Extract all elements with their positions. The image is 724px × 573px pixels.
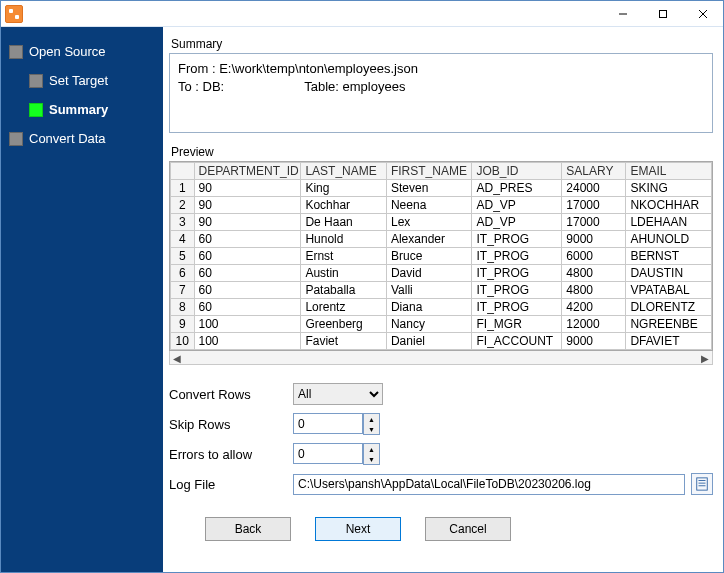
table-cell[interactable]: Valli xyxy=(386,282,472,299)
table-cell[interactable]: Daniel xyxy=(386,333,472,350)
table-cell[interactable]: 90 xyxy=(194,197,301,214)
table-cell[interactable]: AD_VP xyxy=(472,197,562,214)
table-row[interactable]: 460HunoldAlexanderIT_PROG9000AHUNOLD xyxy=(171,231,712,248)
table-cell[interactable]: DAUSTIN xyxy=(626,265,712,282)
table-row[interactable]: 190KingStevenAD_PRES24000SKING xyxy=(171,180,712,197)
browse-log-file-button[interactable] xyxy=(691,473,713,495)
skip-rows-up-button[interactable]: ▲ xyxy=(364,414,379,424)
errors-input[interactable] xyxy=(293,443,363,464)
maximize-button[interactable] xyxy=(643,1,683,27)
table-cell[interactable]: Kochhar xyxy=(301,197,387,214)
table-cell[interactable]: Pataballa xyxy=(301,282,387,299)
table-cell[interactable]: Austin xyxy=(301,265,387,282)
table-cell[interactable]: IT_PROG xyxy=(472,265,562,282)
table-cell[interactable]: Diana xyxy=(386,299,472,316)
table-cell[interactable]: 90 xyxy=(194,180,301,197)
table-cell[interactable]: VPATABAL xyxy=(626,282,712,299)
table-cell[interactable]: FI_MGR xyxy=(472,316,562,333)
table-cell[interactable]: 100 xyxy=(194,333,301,350)
table-cell[interactable]: BERNST xyxy=(626,248,712,265)
step-label: Open Source xyxy=(29,44,106,59)
table-row[interactable]: 290KochharNeenaAD_VP17000NKOCHHAR xyxy=(171,197,712,214)
table-cell[interactable]: Ernst xyxy=(301,248,387,265)
table-cell[interactable]: Steven xyxy=(386,180,472,197)
table-cell[interactable]: Bruce xyxy=(386,248,472,265)
table-cell[interactable]: IT_PROG xyxy=(472,231,562,248)
col-header[interactable]: JOB_ID xyxy=(472,163,562,180)
table-cell[interactable]: AD_PRES xyxy=(472,180,562,197)
table-cell[interactable]: 17000 xyxy=(562,214,626,231)
sidebar-step-open-source[interactable]: Open Source xyxy=(1,37,163,66)
table-cell[interactable]: 4800 xyxy=(562,265,626,282)
table-cell[interactable]: SKING xyxy=(626,180,712,197)
errors-down-button[interactable]: ▼ xyxy=(364,454,379,464)
table-cell[interactable]: NGREENBE xyxy=(626,316,712,333)
table-cell[interactable]: David xyxy=(386,265,472,282)
table-cell[interactable]: Alexander xyxy=(386,231,472,248)
col-header[interactable]: DEPARTMENT_ID xyxy=(194,163,301,180)
preview-horizontal-scrollbar[interactable]: ◀ ▶ xyxy=(169,351,713,365)
table-cell[interactable]: DLORENTZ xyxy=(626,299,712,316)
step-label: Convert Data xyxy=(29,131,106,146)
table-cell[interactable]: 60 xyxy=(194,248,301,265)
table-row[interactable]: 760PataballaValliIT_PROG4800VPATABAL xyxy=(171,282,712,299)
table-cell[interactable]: 60 xyxy=(194,231,301,248)
table-cell[interactable]: Lex xyxy=(386,214,472,231)
table-cell[interactable]: De Haan xyxy=(301,214,387,231)
col-header[interactable]: EMAIL xyxy=(626,163,712,180)
table-cell[interactable]: Greenberg xyxy=(301,316,387,333)
table-row[interactable]: 560ErnstBruceIT_PROG6000BERNST xyxy=(171,248,712,265)
sidebar-step-summary[interactable]: Summary xyxy=(1,95,163,124)
table-cell[interactable]: IT_PROG xyxy=(472,248,562,265)
close-button[interactable] xyxy=(683,1,723,27)
table-cell[interactable]: Neena xyxy=(386,197,472,214)
table-row[interactable]: 9100GreenbergNancyFI_MGR12000NGREENBE xyxy=(171,316,712,333)
table-cell[interactable]: NKOCHHAR xyxy=(626,197,712,214)
table-row[interactable]: 390De HaanLexAD_VP17000LDEHAAN xyxy=(171,214,712,231)
errors-to-allow-label: Errors to allow xyxy=(169,447,279,462)
table-cell[interactable]: Faviet xyxy=(301,333,387,350)
sidebar-step-set-target[interactable]: Set Target xyxy=(1,66,163,95)
sidebar-step-convert-data[interactable]: Convert Data xyxy=(1,124,163,153)
next-button[interactable]: Next xyxy=(315,517,401,541)
table-cell[interactable]: IT_PROG xyxy=(472,282,562,299)
table-cell[interactable]: 90 xyxy=(194,214,301,231)
table-cell[interactable]: 24000 xyxy=(562,180,626,197)
minimize-button[interactable] xyxy=(603,1,643,27)
table-cell[interactable]: AD_VP xyxy=(472,214,562,231)
table-cell[interactable]: 60 xyxy=(194,282,301,299)
table-cell[interactable]: 17000 xyxy=(562,197,626,214)
table-cell[interactable]: 12000 xyxy=(562,316,626,333)
table-cell[interactable]: FI_ACCOUNT xyxy=(472,333,562,350)
table-cell[interactable]: AHUNOLD xyxy=(626,231,712,248)
log-file-input[interactable] xyxy=(293,474,685,495)
table-cell[interactable]: 4200 xyxy=(562,299,626,316)
skip-rows-input[interactable] xyxy=(293,413,363,434)
table-cell[interactable]: 4800 xyxy=(562,282,626,299)
table-cell[interactable]: 9000 xyxy=(562,333,626,350)
table-cell[interactable]: 9000 xyxy=(562,231,626,248)
table-cell[interactable]: 60 xyxy=(194,299,301,316)
table-row[interactable]: 860LorentzDianaIT_PROG4200DLORENTZ xyxy=(171,299,712,316)
errors-up-button[interactable]: ▲ xyxy=(364,444,379,454)
skip-rows-down-button[interactable]: ▼ xyxy=(364,424,379,434)
table-cell[interactable]: Hunold xyxy=(301,231,387,248)
col-header[interactable]: FIRST_NAME xyxy=(386,163,472,180)
table-cell[interactable]: 60 xyxy=(194,265,301,282)
col-header[interactable]: SALARY xyxy=(562,163,626,180)
table-cell[interactable]: King xyxy=(301,180,387,197)
table-cell[interactable]: 100 xyxy=(194,316,301,333)
table-row[interactable]: 660AustinDavidIT_PROG4800DAUSTIN xyxy=(171,265,712,282)
preview-grid[interactable]: DEPARTMENT_ID LAST_NAME FIRST_NAME JOB_I… xyxy=(169,161,713,351)
back-button[interactable]: Back xyxy=(205,517,291,541)
table-cell[interactable]: 6000 xyxy=(562,248,626,265)
cancel-button[interactable]: Cancel xyxy=(425,517,511,541)
table-cell[interactable]: Lorentz xyxy=(301,299,387,316)
table-cell[interactable]: IT_PROG xyxy=(472,299,562,316)
table-cell[interactable]: Nancy xyxy=(386,316,472,333)
table-cell[interactable]: LDEHAAN xyxy=(626,214,712,231)
convert-rows-select[interactable]: All xyxy=(293,383,383,405)
table-row[interactable]: 10100FavietDanielFI_ACCOUNT9000DFAVIET xyxy=(171,333,712,350)
table-cell[interactable]: DFAVIET xyxy=(626,333,712,350)
col-header[interactable]: LAST_NAME xyxy=(301,163,387,180)
